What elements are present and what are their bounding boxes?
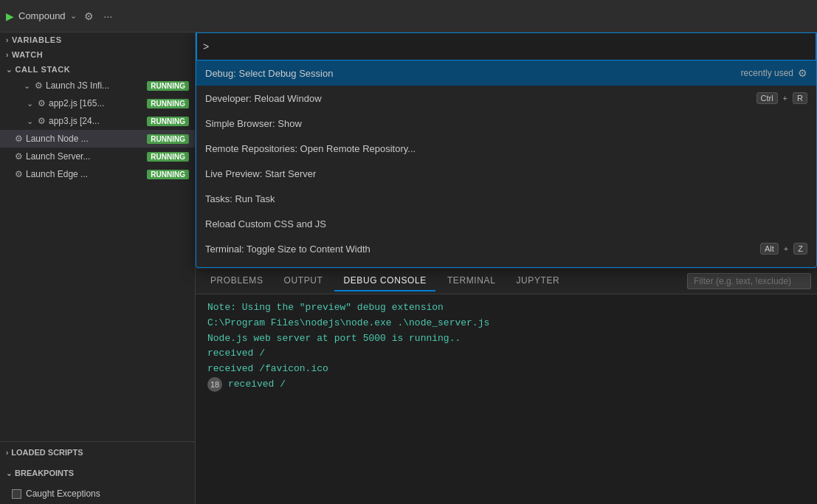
command-item-reload-css[interactable]: Reload Custom CSS and JS (196, 211, 816, 236)
call-stack-item[interactable]: ⌄ ⚙ app3.js [24... RUNNING (0, 112, 195, 130)
command-item-label-group: Simple Browser: Show (205, 118, 807, 129)
command-palette: > Debug: Select Debug Session recently u… (196, 32, 817, 268)
kbd-plus: + (783, 94, 787, 103)
command-item-label: Terminal: Toggle Size to Content Width (205, 244, 370, 255)
debug-session-icon: ⚙ (38, 98, 46, 108)
command-palette-input-row: > (196, 32, 816, 61)
call-stack-item-label: Launch Node ... (26, 134, 144, 144)
console-line: Note: Using the "preview" debug extensio… (207, 300, 805, 316)
sidebar-section-breakpoints[interactable]: ⌄ Breakpoints (0, 463, 195, 483)
running-badge: RUNNING (147, 134, 189, 144)
compound-label: Compound (18, 10, 66, 21)
command-item-label-group: Live Preview: Start Server (205, 168, 807, 179)
chevron-down-icon: ⌄ (27, 99, 33, 108)
running-badge: RUNNING (147, 170, 189, 179)
debug-console-content: Note: Using the "preview" debug extensio… (196, 294, 817, 504)
command-palette-input[interactable] (212, 41, 810, 52)
caught-exceptions-label: Caught Exceptions (26, 489, 100, 499)
debug-session-icon: ⚙ (15, 151, 23, 162)
call-stack-item[interactable]: ⚙ Launch Edge ... RUNNING (0, 165, 195, 183)
command-item-debug-select[interactable]: Debug: Select Debug Session recently use… (196, 61, 816, 86)
command-item-preferences-color[interactable]: Preferences: Color Theme Ctrl + K Ctrl +… (196, 261, 816, 267)
call-stack-item-label: Launch Edge ... (26, 169, 144, 179)
panel-tabs: PROBLEMS OUTPUT DEBUG CONSOLE TERMINAL J… (196, 269, 817, 294)
command-item-label: Simple Browser: Show (205, 118, 302, 129)
kbd-alt: Alt (760, 243, 779, 255)
command-item-label: Tasks: Run Task (205, 193, 275, 204)
call-stack-item-label: app2.js [165... (49, 98, 144, 108)
running-badge: RUNNING (147, 117, 189, 126)
settings-gear-icon[interactable]: ⚙ (798, 67, 807, 79)
chevron-down-icon: ⌄ (6, 66, 13, 74)
right-panel: > Debug: Select Debug Session recently u… (196, 32, 817, 504)
top-bar: ▶ Compound ⌄ ⚙ ··· (0, 0, 817, 32)
debug-session-icon: ⚙ (15, 169, 23, 179)
sidebar-section-watch[interactable]: › Watch (0, 47, 195, 62)
chevron-right-icon: › (6, 51, 9, 59)
call-stack-item-label: app3.js [24... (49, 116, 144, 126)
running-badge: RUNNING (147, 81, 189, 91)
chevron-down-icon: ⌄ (6, 469, 12, 477)
recently-used-label: recently used (741, 68, 793, 78)
repeat-count-badge: 18 (207, 377, 222, 392)
chevron-right-icon: › (6, 449, 8, 457)
command-item-developer-reload[interactable]: Developer: Reload Window Ctrl + R (196, 86, 816, 111)
chevron-down-icon: ⌄ (24, 81, 30, 91)
command-item-right: recently used ⚙ (741, 67, 807, 79)
command-item-label: Developer: Reload Window (205, 93, 322, 104)
console-line: C:\Program Files\nodejs\node.exe .\node_… (207, 316, 805, 331)
command-item-label-group: Debug: Select Debug Session (205, 68, 741, 79)
command-item-tasks-run[interactable]: Tasks: Run Task (196, 186, 816, 211)
call-stack-item[interactable]: ⌄ ⚙ app2.js [165... RUNNING (0, 94, 195, 112)
chevron-down-icon: ⌄ (70, 11, 77, 21)
sidebar-bottom: › Loaded Scripts ⌄ Breakpoints Caught Ex… (0, 441, 195, 504)
debug-session-icon: ⚙ (35, 80, 43, 91)
command-palette-list: Debug: Select Debug Session recently use… (196, 61, 816, 267)
command-item-remote-repositories[interactable]: Remote Repositories: Open Remote Reposit… (196, 136, 816, 161)
main-content: › Variables › Watch ⌄ Call Stack ⌄ ⚙ Lau… (0, 32, 817, 504)
tab-jupyter[interactable]: JUPYTER (507, 271, 568, 291)
chevron-down-icon: ⌄ (27, 117, 33, 126)
tab-terminal[interactable]: TERMINAL (438, 271, 504, 291)
sidebar: › Variables › Watch ⌄ Call Stack ⌄ ⚙ Lau… (0, 32, 196, 504)
command-item-right: Ctrl + R (756, 92, 808, 104)
kbd-r: R (793, 92, 807, 104)
sidebar-section-loaded-scripts[interactable]: › Loaded Scripts (0, 442, 195, 463)
sidebar-section-callstack[interactable]: ⌄ Call Stack (0, 62, 195, 77)
console-line-text: received / (228, 377, 286, 393)
command-item-label: Live Preview: Start Server (205, 168, 316, 179)
tab-output[interactable]: OUTPUT (275, 271, 332, 291)
loaded-scripts-label: Loaded Scripts (11, 448, 83, 457)
console-line: Node.js web server at port 5000 is runni… (207, 331, 805, 347)
breakpoint-caught-exceptions[interactable]: Caught Exceptions (0, 485, 195, 503)
sidebar-section-variables[interactable]: › Variables (0, 32, 195, 47)
call-stack-label: Call Stack (15, 65, 71, 74)
breakpoints-label: Breakpoints (15, 469, 74, 477)
command-item-terminal-toggle[interactable]: Terminal: Toggle Size to Content Width A… (196, 236, 816, 261)
gear-icon[interactable]: ⚙ (81, 7, 97, 25)
breakpoints-list: Caught Exceptions (0, 483, 195, 504)
command-item-label: Reload Custom CSS and JS (205, 218, 326, 229)
tab-problems[interactable]: PROBLEMS (201, 271, 272, 291)
caught-exceptions-checkbox[interactable] (12, 489, 21, 499)
running-badge: RUNNING (147, 152, 189, 162)
panel-filter-input[interactable] (687, 273, 811, 289)
chevron-right-icon: › (6, 36, 9, 44)
command-item-label-group: Developer: Reload Window (205, 93, 756, 104)
bottom-panel: PROBLEMS OUTPUT DEBUG CONSOLE TERMINAL J… (196, 268, 817, 504)
call-stack-item[interactable]: ⚙ Launch Server... RUNNING (0, 148, 195, 165)
console-line-with-badge: 18 received / (207, 377, 805, 393)
call-stack-list: ⌄ ⚙ Launch JS Infi... RUNNING ⌄ ⚙ app2.j… (0, 77, 195, 441)
tab-debug-console[interactable]: DEBUG CONSOLE (334, 271, 435, 291)
command-item-live-preview[interactable]: Live Preview: Start Server (196, 161, 816, 186)
more-actions-icon[interactable]: ··· (101, 7, 116, 25)
kbd-z: Z (793, 243, 807, 255)
variables-label: Variables (12, 35, 62, 44)
debug-session-icon: ⚙ (38, 116, 46, 126)
call-stack-item[interactable]: ⚙ Launch Node ... RUNNING (0, 130, 195, 148)
call-stack-item[interactable]: ⌄ ⚙ Launch JS Infi... RUNNING (0, 77, 195, 94)
command-item-simple-browser[interactable]: Simple Browser: Show (196, 111, 816, 136)
debug-session-selector[interactable]: ▶ Compound ⌄ (6, 10, 77, 22)
command-item-label-group: Tasks: Run Task (205, 193, 807, 204)
kbd-plus: + (784, 244, 788, 253)
